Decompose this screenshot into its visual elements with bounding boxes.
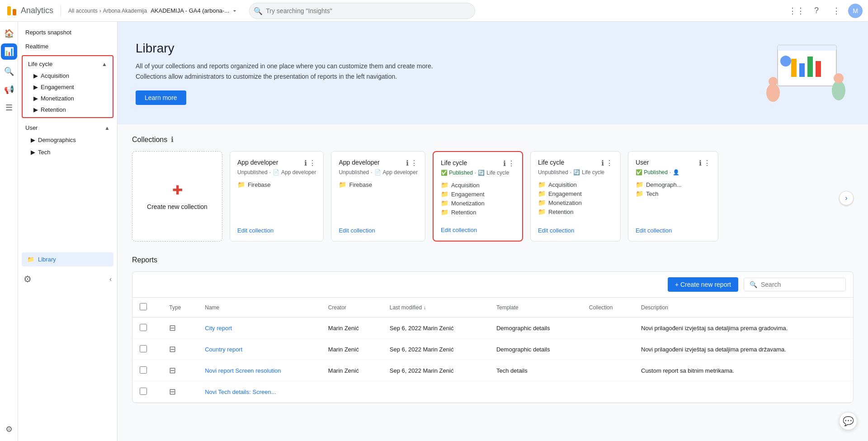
explore-icon[interactable]: 🔍	[1, 63, 17, 80]
arrow-icon: ▶	[31, 137, 35, 143]
folder-icon: 📁	[441, 209, 448, 216]
row-template: Demographic details	[489, 339, 582, 360]
row-template: Tech details	[489, 360, 582, 381]
item-name: Retention	[548, 209, 574, 215]
lifecycle-retention[interactable]: ▶ Retention	[23, 104, 113, 115]
edit-collection-link-2[interactable]: Edit collection	[339, 227, 417, 234]
info-icon[interactable]: ℹ	[406, 159, 409, 167]
admin-icon[interactable]: ⚙	[1, 421, 17, 437]
card-items: 📁 Acquisition 📁 Engagement 📁 Monetizatio…	[538, 181, 613, 220]
more-icon[interactable]: ⋮	[703, 159, 711, 167]
status: Unpublished	[339, 169, 369, 175]
home-icon[interactable]: 🏠	[1, 25, 17, 42]
user-section-header[interactable]: User ▲	[18, 122, 117, 134]
row-collection	[582, 360, 634, 381]
col-name[interactable]: Name	[198, 298, 321, 318]
table-row: ⊟ City report Marin Zenić Sep 6, 2022 Ma…	[132, 318, 853, 339]
row-checkbox[interactable]	[132, 381, 162, 403]
search-input[interactable]	[249, 3, 475, 19]
item-name: Firebase	[248, 181, 271, 188]
account-selector[interactable]: AKADEMIJA - GA4 (arbona-...	[151, 7, 238, 14]
avatar[interactable]: M	[848, 4, 863, 18]
row-name[interactable]: Novi report Screen resolution	[198, 360, 321, 381]
edit-collection-link-4[interactable]: Edit collection	[538, 227, 613, 234]
reports-table: Type Name Creator Last modified ↓ Templa…	[132, 298, 853, 403]
chat-fab[interactable]: 💬	[839, 412, 857, 430]
more-icon[interactable]: ⋮	[309, 159, 316, 167]
advertising-icon[interactable]: 📢	[1, 81, 17, 98]
collections-info-icon[interactable]: ℹ	[171, 135, 174, 144]
search-reports[interactable]: 🔍	[744, 278, 846, 291]
status: Unpublished	[538, 169, 568, 175]
info-icon[interactable]: ℹ	[503, 159, 506, 168]
collapse-arrow[interactable]: ‹	[109, 275, 112, 283]
app-logo[interactable]: Analytics	[5, 5, 53, 17]
more-icon[interactable]: ⋮	[606, 159, 613, 167]
info-icon[interactable]: ℹ	[699, 159, 702, 167]
search-reports-input[interactable]	[761, 281, 840, 288]
list-item: 📁 Acquisition	[441, 181, 515, 189]
edit-collection-link-5[interactable]: Edit collection	[636, 227, 711, 234]
library-nav-item[interactable]: 📁 Library	[18, 249, 117, 270]
reports-icon[interactable]: 📊	[1, 43, 17, 60]
lifecycle-header[interactable]: Life cycle ▲	[23, 58, 113, 70]
collection-card-app-developer-2: App developer ℹ ⋮ Unpublished · 📄 App de…	[331, 151, 425, 242]
card-meta: ✅ Published · 🔄 Life cycle	[441, 170, 515, 176]
account-label: AKADEMIJA - GA4 (arbona-...	[151, 7, 229, 14]
more-icon[interactable]: ⋮	[828, 3, 844, 19]
realtime-item[interactable]: Realtime	[18, 39, 117, 53]
more-icon[interactable]: ⋮	[410, 159, 418, 167]
configure-icon[interactable]: ☰	[1, 100, 17, 116]
more-icon[interactable]: ⋮	[508, 159, 515, 168]
global-search[interactable]: 🔍	[249, 3, 778, 19]
folder-icon: 📁	[636, 190, 643, 197]
col-last-modified[interactable]: Last modified ↓	[382, 298, 489, 318]
app-name: Analytics	[21, 6, 53, 15]
lifecycle-acquisition[interactable]: ▶ Acquisition	[23, 70, 113, 81]
row-checkbox[interactable]	[132, 318, 162, 339]
row-description: Custom report sa bitnim metrikama.	[634, 360, 853, 381]
card-items: 📁 Demograph... 📁 Tech	[636, 181, 711, 220]
row-name[interactable]: Novi Tech details: Screen...	[198, 381, 321, 403]
lifecycle-engagement[interactable]: ▶ Engagement	[23, 81, 113, 93]
select-all-checkbox[interactable]	[140, 303, 147, 310]
scroll-next-button[interactable]: ›	[839, 191, 854, 205]
info-icon[interactable]: ℹ	[601, 159, 604, 167]
col-collection: Collection	[582, 298, 634, 318]
item-name: Acquisition	[451, 182, 480, 189]
card-header: User ℹ ⋮	[636, 159, 711, 167]
reports-snapshot-item[interactable]: Reports snapshot	[18, 25, 117, 39]
edit-collection-link-3[interactable]: Edit collection	[441, 227, 515, 233]
svg-rect-1	[13, 9, 16, 15]
user-demographics[interactable]: ▶ Demographics	[18, 134, 117, 146]
meta-icon: 👤	[673, 169, 679, 175]
row-checkbox[interactable]	[132, 339, 162, 360]
row-name[interactable]: Country report	[198, 339, 321, 360]
help-icon[interactable]: ?	[808, 3, 825, 19]
table-icon: ⊟	[169, 366, 176, 375]
card-icons: ℹ ⋮	[406, 159, 418, 167]
settings-icon[interactable]: ⚙	[24, 274, 32, 285]
learn-more-button[interactable]: Learn more	[136, 90, 186, 105]
lifecycle-monetization[interactable]: ▶ Monetization	[23, 93, 113, 104]
apps-icon[interactable]: ⋮⋮	[788, 3, 805, 19]
svg-point-12	[832, 81, 845, 100]
row-checkbox[interactable]	[132, 360, 162, 381]
user-tech[interactable]: ▶ Tech	[18, 146, 117, 158]
status-published: ✅ Published	[636, 169, 668, 175]
folder-icon: 📁	[538, 190, 546, 197]
item-name: Acquisition	[548, 181, 577, 188]
collection-card-app-developer-1: App developer ℹ ⋮ Unpublished · 📄 App de…	[230, 151, 324, 242]
meta-dot: ·	[371, 169, 372, 175]
create-report-button[interactable]: + Create new report	[668, 277, 738, 292]
meta-owner: Life cycle	[582, 169, 604, 175]
item-name: Monetization	[548, 199, 582, 206]
reports-toolbar: + Create new report 🔍	[132, 272, 853, 298]
row-name[interactable]: City report	[198, 318, 321, 339]
col-type: Type	[162, 298, 198, 318]
card-meta: Unpublished · 📄 App developer	[237, 169, 316, 175]
info-icon[interactable]: ℹ	[304, 159, 307, 167]
status-published: ✅ Published	[441, 170, 473, 176]
create-collection-card[interactable]: ✚ Create new collection	[132, 151, 222, 242]
edit-collection-link-1[interactable]: Edit collection	[237, 227, 316, 234]
